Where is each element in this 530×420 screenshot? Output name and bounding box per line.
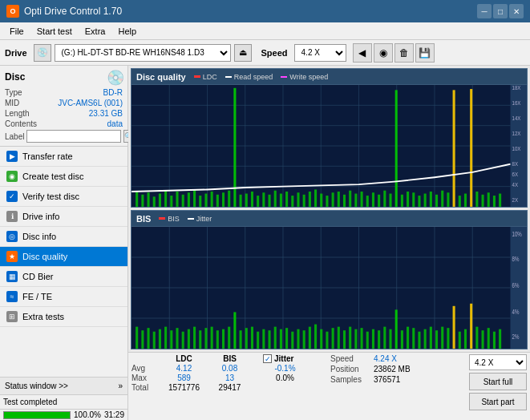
toolbar-erase-icon[interactable]: 🗑 xyxy=(394,43,414,63)
svg-text:6X: 6X xyxy=(512,171,519,177)
nav-extra-tests[interactable]: ⊞ Extra tests xyxy=(0,307,127,327)
nav-fe-te-label: FE / TE xyxy=(22,292,52,301)
status-window-label: Status window >> xyxy=(5,382,68,390)
svg-rect-15 xyxy=(136,192,138,207)
menu-extra[interactable]: Extra xyxy=(79,25,112,38)
fe-te-icon: ≈ xyxy=(6,291,18,302)
disc-label-input[interactable] xyxy=(26,130,121,143)
disc-contents-row: Contents data xyxy=(5,119,123,128)
total-label: Total xyxy=(131,383,160,392)
svg-rect-157 xyxy=(361,328,363,349)
svg-rect-160 xyxy=(378,330,380,349)
close-button[interactable]: ✕ xyxy=(509,4,524,18)
svg-rect-150 xyxy=(320,329,322,349)
nav-create-test-disc[interactable]: ◉ Create test disc xyxy=(0,167,127,187)
svg-rect-118 xyxy=(136,327,138,349)
cd-bier-icon: ▦ xyxy=(6,271,18,282)
disc-mid-row: MID JVC-AMS6L (001) xyxy=(5,99,123,107)
menu-file[interactable]: File xyxy=(3,25,30,38)
drive-select[interactable]: (G:) HL-DT-ST BD-RE WH16NS48 1.D3 xyxy=(55,44,231,62)
jitter-checkbox[interactable]: ✓ xyxy=(263,354,272,363)
toolbar-arrow-icon[interactable]: ◀ xyxy=(353,43,372,63)
svg-rect-44 xyxy=(303,195,305,207)
svg-rect-16 xyxy=(141,195,144,207)
disc-quality-icon: ★ xyxy=(6,251,18,262)
legend-ldc-label: LDC xyxy=(203,73,217,81)
minimize-button[interactable]: ─ xyxy=(477,4,492,18)
svg-rect-67 xyxy=(435,195,438,207)
svg-rect-153 xyxy=(338,327,340,349)
disc-panel-header: Disc 💿 xyxy=(5,69,123,85)
legend-jitter: Jitter xyxy=(188,215,212,223)
legend-jitter-label: Jitter xyxy=(196,215,212,223)
maximize-button[interactable]: □ xyxy=(493,4,508,18)
legend-write-speed: Write speed xyxy=(281,73,328,81)
svg-rect-128 xyxy=(193,327,196,349)
svg-rect-124 xyxy=(170,330,172,349)
nav-fe-te[interactable]: ≈ FE / TE xyxy=(0,287,127,307)
disc-quality-svg: 600 500 400 300 200 100 18X 16X 14X 12X … xyxy=(131,85,527,207)
toolbar-disc-icon[interactable]: ◉ xyxy=(374,43,393,63)
max-row: Max 589 13 xyxy=(131,374,260,382)
svg-rect-129 xyxy=(199,330,201,349)
svg-rect-18 xyxy=(153,196,156,207)
bis-svg: 20 15 10 5 10% 8% 6% 4% 2% 0.0 2.5 5.0 xyxy=(131,227,527,349)
nav-cd-bier[interactable]: ▦ CD Bier xyxy=(0,267,127,287)
jitter-avg-val: -0.1% xyxy=(263,364,307,373)
drive-info-icon: ℹ xyxy=(6,211,18,222)
disc-label-label: Label xyxy=(5,132,24,141)
svg-text:14X: 14X xyxy=(512,115,521,122)
nav-disc-info[interactable]: ◎ Disc info xyxy=(0,227,127,247)
position-row: Position 23862 MB xyxy=(330,365,427,374)
svg-rect-122 xyxy=(159,329,161,349)
drive-refresh-icon[interactable]: ⏏ xyxy=(234,44,252,62)
extra-tests-icon: ⊞ xyxy=(6,311,18,322)
svg-rect-125 xyxy=(176,328,178,349)
svg-rect-42 xyxy=(291,196,293,207)
nav-cd-bier-label: CD Bier xyxy=(22,272,54,281)
nav-drive-info[interactable]: ℹ Drive info xyxy=(0,207,127,227)
svg-rect-36 xyxy=(257,196,259,207)
svg-rect-17 xyxy=(148,192,150,207)
speed-label: Speed xyxy=(261,48,288,58)
speed-dropdown[interactable]: 4.2 X xyxy=(469,354,527,370)
drive-eject-icon[interactable]: 💿 xyxy=(34,44,51,62)
svg-rect-31 xyxy=(228,191,230,207)
svg-rect-141 xyxy=(268,330,270,349)
nav-transfer-rate-label: Transfer rate xyxy=(22,151,73,161)
disc-quality-chart-title-bar: Disc quality LDC Read speed Write speed xyxy=(131,69,527,85)
main-area: Disc 💿 Type BD-R MID JVC-AMS6L (001) Len… xyxy=(0,66,530,420)
svg-text:6%: 6% xyxy=(512,281,520,290)
start-part-button[interactable]: Start part xyxy=(469,393,527,410)
svg-rect-60 xyxy=(395,90,398,207)
svg-rect-179 xyxy=(488,328,490,349)
svg-rect-19 xyxy=(159,194,161,207)
svg-rect-127 xyxy=(188,329,190,349)
nav-verify-test-disc[interactable]: ✓ Verify test disc xyxy=(0,187,127,207)
svg-rect-149 xyxy=(314,325,317,349)
menu-help[interactable]: Help xyxy=(111,25,143,38)
status-window[interactable]: Status window >> » xyxy=(0,377,127,394)
svg-text:12X: 12X xyxy=(512,131,521,137)
start-full-button[interactable]: Start full xyxy=(469,373,527,390)
svg-rect-43 xyxy=(297,192,299,207)
disc-image-icon: 💿 xyxy=(107,69,123,85)
nav-disc-info-label: Disc info xyxy=(22,232,56,241)
svg-rect-136 xyxy=(240,330,242,349)
svg-rect-158 xyxy=(366,332,369,349)
legend-read-speed-label: Read speed xyxy=(234,73,273,81)
menu-start-test[interactable]: Start test xyxy=(30,25,79,38)
svg-rect-39 xyxy=(274,191,277,207)
nav-disc-quality[interactable]: ★ Disc quality xyxy=(0,247,127,267)
nav-transfer-rate[interactable]: ▶ Transfer rate xyxy=(0,147,127,167)
svg-rect-22 xyxy=(176,192,178,207)
disc-type-row: Type BD-R xyxy=(5,88,123,97)
svg-rect-20 xyxy=(164,191,167,207)
toolbar-save-icon[interactable]: 💾 xyxy=(415,43,435,63)
legend-read-speed-color xyxy=(225,76,232,78)
svg-rect-65 xyxy=(424,194,427,207)
speed-select[interactable]: 4.2 X xyxy=(294,44,346,62)
stats-header: LDC BIS xyxy=(131,354,260,363)
transfer-rate-icon: ▶ xyxy=(6,151,18,162)
jitter-max-row: 0.0% xyxy=(263,374,327,382)
